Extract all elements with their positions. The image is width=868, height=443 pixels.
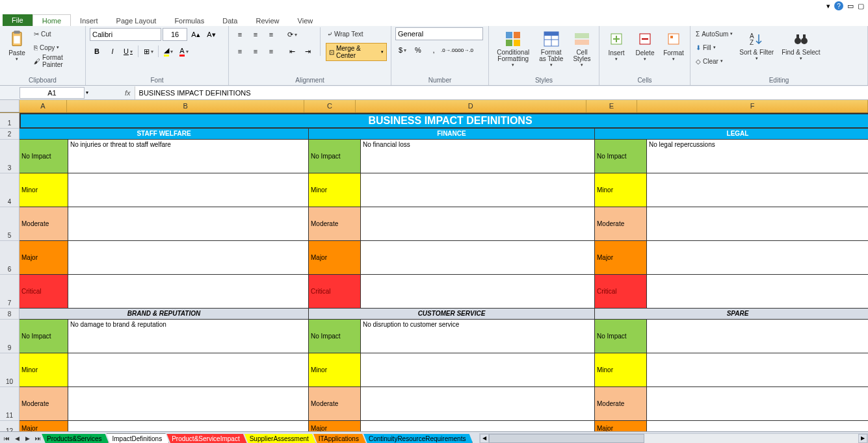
cell[interactable]: Major — [309, 241, 361, 275]
cells-area[interactable]: BUSINESS IMPACT DEFINITIONSSTAFF WELFARE… — [20, 113, 868, 431]
cell[interactable] — [361, 353, 595, 387]
cell[interactable]: BRAND & REPUTATION — [20, 309, 309, 320]
row-7[interactable]: 7 — [0, 275, 20, 309]
cell[interactable]: Moderate — [20, 207, 68, 241]
cell[interactable]: Minor — [595, 353, 647, 387]
autosum-button[interactable]: ΣAutoSum▾ — [694, 27, 734, 40]
col-A[interactable]: A — [20, 100, 68, 112]
merge-center-button[interactable]: ⊡Merge & Center▾ — [326, 43, 387, 61]
row-3[interactable]: 3 — [0, 140, 20, 173]
sheet-nav-first[interactable]: ⏮ — [1, 433, 12, 444]
fill-color-button[interactable]: ◢ — [161, 44, 176, 58]
cell[interactable]: No Impact — [595, 140, 647, 173]
cell[interactable]: No financial loss — [361, 140, 595, 173]
cell[interactable]: No Impact — [309, 320, 361, 353]
increase-decimal-button[interactable]: .0→.00 — [442, 43, 456, 57]
paste-button[interactable]: Paste ▾ — [4, 27, 30, 63]
sheet-tab-ContinuityResourceRequirements[interactable]: ContinuityResourceRequirements — [363, 434, 473, 444]
col-B[interactable]: B — [67, 100, 304, 112]
tab-view[interactable]: View — [289, 15, 322, 26]
sort-filter-button[interactable]: AZSort & Filter▾ — [737, 27, 776, 62]
align-top-button[interactable]: ≡ — [233, 27, 247, 42]
cell[interactable] — [647, 387, 868, 421]
wrap-text-button[interactable]: ⤶Wrap Text — [326, 27, 387, 40]
cell[interactable]: No Impact — [309, 140, 361, 173]
sheet-tab-Product&ServiceImpact[interactable]: Product&ServiceImpact — [166, 434, 247, 444]
name-box[interactable] — [20, 87, 85, 99]
cell[interactable]: STAFF WELFARE — [20, 129, 309, 140]
cell[interactable] — [68, 421, 309, 431]
cell[interactable]: Moderate — [309, 387, 361, 421]
scroll-right-button[interactable]: ▶ — [858, 434, 867, 443]
tab-insert[interactable]: Insert — [71, 15, 107, 26]
row-6[interactable]: 6 — [0, 241, 20, 275]
cell[interactable] — [68, 173, 309, 207]
restore-icon[interactable]: ▢ — [858, 2, 864, 10]
delete-cells-button[interactable]: Delete▾ — [632, 27, 658, 63]
cell[interactable]: Major — [20, 421, 68, 431]
col-E[interactable]: E — [586, 100, 638, 112]
cell[interactable]: Major — [309, 421, 361, 431]
cell[interactable]: CUSTOMER SERVICE — [309, 309, 595, 320]
sheet-tab-Products&Services[interactable]: Products&Services — [42, 434, 109, 444]
cell[interactable]: No damage to brand & reputation — [68, 320, 309, 353]
cell[interactable]: No legal repercussions — [647, 140, 868, 173]
cell[interactable]: FINANCE — [309, 129, 595, 140]
cell[interactable]: Moderate — [595, 207, 647, 241]
font-size-combo[interactable] — [163, 28, 187, 41]
cell[interactable] — [647, 241, 868, 275]
row-2[interactable]: 2 — [0, 129, 20, 140]
cell[interactable]: No Impact — [20, 140, 68, 173]
cell[interactable] — [647, 207, 868, 241]
format-cells-button[interactable]: Format▾ — [661, 27, 687, 63]
cell[interactable]: Critical — [595, 275, 647, 309]
cut-button[interactable]: ✂Cut — [33, 27, 81, 40]
cell[interactable] — [361, 173, 595, 207]
cell[interactable]: Minor — [309, 173, 361, 207]
formula-input[interactable] — [135, 86, 868, 99]
tab-review[interactable]: Review — [246, 15, 288, 26]
bold-button[interactable]: B — [90, 44, 104, 58]
cell[interactable]: LEGAL — [595, 129, 868, 140]
increase-indent-button[interactable]: ⇥ — [300, 44, 315, 58]
comma-button[interactable]: , — [427, 43, 441, 57]
sheet-tab-ITApplications[interactable]: ITApplications — [313, 434, 366, 444]
chevron-down-icon[interactable]: ▾ — [826, 2, 830, 10]
cell[interactable] — [647, 173, 868, 207]
font-color-button[interactable]: A — [177, 44, 191, 58]
row-11[interactable]: 11 — [0, 387, 20, 421]
cell[interactable] — [68, 353, 309, 387]
border-button[interactable]: ⊞ — [141, 44, 155, 58]
row-5[interactable]: 5 — [0, 207, 20, 241]
cell[interactable]: Moderate — [595, 387, 647, 421]
orientation-button[interactable]: ⟳ — [285, 27, 299, 42]
cell[interactable] — [68, 275, 309, 309]
cell[interactable] — [361, 207, 595, 241]
horizontal-scrollbar[interactable]: ◀ ▶ — [479, 433, 868, 444]
cell[interactable] — [647, 421, 868, 431]
help-icon[interactable]: ? — [834, 1, 843, 10]
cell[interactable]: Minor — [20, 173, 68, 207]
find-select-button[interactable]: Find & Select▾ — [779, 27, 822, 62]
sheet-tab-SupplierAssessment[interactable]: SupplierAssessment — [244, 434, 316, 444]
align-right-button[interactable]: ≡ — [264, 44, 278, 58]
cell[interactable] — [647, 275, 868, 309]
cell[interactable]: No injuries or threat to staff welfare — [68, 140, 309, 173]
cell[interactable]: Major — [20, 241, 68, 275]
tab-home[interactable]: Home — [33, 14, 71, 26]
cell[interactable]: No disruption to customer service — [361, 320, 595, 353]
col-D[interactable]: D — [356, 100, 586, 112]
increase-font-button[interactable]: A▴ — [189, 27, 203, 42]
cell[interactable]: Critical — [309, 275, 361, 309]
row-1[interactable]: 1 — [0, 113, 20, 129]
cell[interactable] — [68, 241, 309, 275]
sheet-nav-last[interactable]: ⏭ — [33, 433, 43, 444]
currency-button[interactable]: $ — [395, 43, 410, 57]
decrease-indent-button[interactable]: ⇤ — [285, 44, 299, 58]
align-bottom-button[interactable]: ≡ — [264, 27, 278, 42]
cell[interactable] — [361, 275, 595, 309]
minimize-icon[interactable]: ▭ — [847, 2, 854, 10]
copy-button[interactable]: ⎘Copy▾ — [33, 41, 81, 54]
sheet-nav-next[interactable]: ▶ — [22, 433, 33, 444]
sheet-nav-prev[interactable]: ◀ — [12, 433, 22, 444]
